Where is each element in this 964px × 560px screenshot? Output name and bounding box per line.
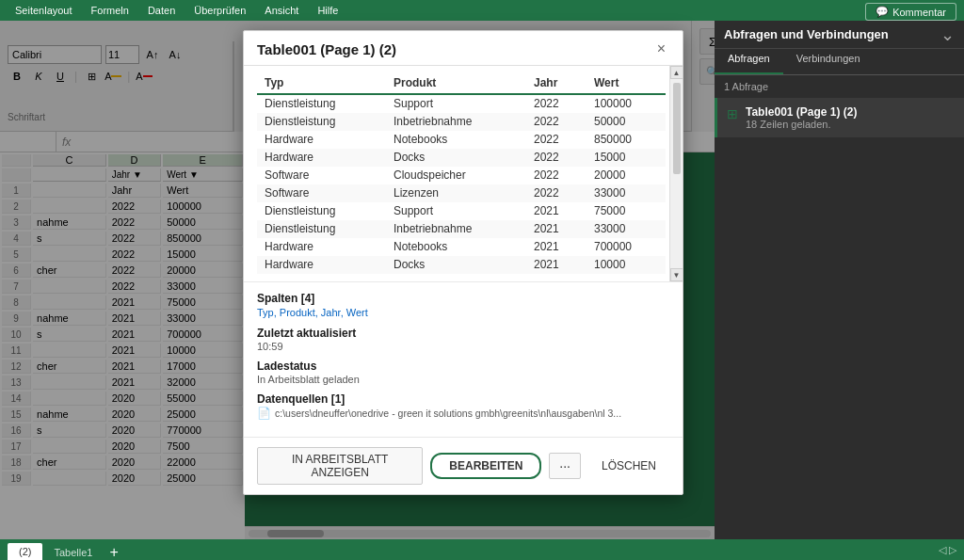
scroll-thumb (673, 83, 681, 174)
right-panel-title: Abfragen und Verbindungen (724, 27, 889, 41)
menu-formeln[interactable]: Formeln (84, 3, 137, 18)
query-count: 1 Abfrage (715, 75, 964, 98)
modal-scrollbar: ▲ ▼ (669, 66, 683, 281)
cell-typ: Software (257, 167, 386, 184)
modal-close-btn[interactable]: × (653, 40, 669, 57)
table-row: DienstleistungSupport2022100000 (257, 94, 666, 113)
cell-wert: 100000 (586, 94, 666, 113)
table-row: DienstleistungSupport202175000 (257, 202, 666, 220)
zuletzt-value: 10:59 (257, 341, 669, 352)
kommentar-button[interactable]: 💬 Kommentar (865, 3, 956, 21)
col-typ: Typ (257, 73, 386, 94)
cell-produkt: Inbetriebnahme (386, 113, 526, 131)
cell-produkt: Lizenzen (386, 184, 526, 202)
modal-footer: IN ARBEITSBLATT ANZEIGEN BEARBEITEN ··· … (244, 438, 683, 494)
cell-jahr: 2022 (526, 149, 586, 167)
right-panel-close[interactable]: ⌄ (940, 24, 955, 45)
table-row: HardwareDocks202110000 (257, 256, 666, 274)
cell-wert: 850000 (586, 131, 666, 149)
nav-arrows: ◁ ▷ (939, 544, 956, 556)
zuletzt-section: Zuletzt aktualisiert 10:59 (257, 327, 669, 352)
kommentar-label: Kommentar (892, 7, 946, 18)
query-rows: 18 Zeilen geladen. (746, 119, 858, 130)
tab-verbindungen[interactable]: Verbindungen (783, 49, 874, 74)
ladestatus-label: Ladestatus (257, 360, 669, 373)
menu-ueberpruefen[interactable]: Überprüfen (186, 3, 253, 18)
col-wert: Wert (586, 73, 666, 94)
status-bar: (2) Tabelle1 + ◁ ▷ (0, 539, 964, 560)
btn-arbeitsblatt[interactable]: IN ARBEITSBLATT ANZEIGEN (257, 447, 423, 485)
cell-produkt: Notebooks (386, 131, 526, 149)
cell-wert: 10000 (586, 256, 666, 274)
cell-wert: 50000 (586, 113, 666, 131)
cell-wert: 700000 (586, 238, 666, 256)
datenquellen-label: Datenquellen [1] (257, 392, 669, 406)
cell-produkt: Support (386, 94, 526, 113)
tab-abfragen[interactable]: Abfragen (715, 49, 783, 74)
cell-produkt: Cloudspeicher (386, 167, 526, 184)
cell-typ: Dienstleistung (257, 220, 386, 238)
datenquellen-path: 📄 c:\users\dneuffer\onedrive - green it … (257, 407, 669, 420)
cell-wert: 20000 (586, 167, 666, 184)
btn-bearbeiten[interactable]: BEARBEITEN (430, 453, 541, 479)
cell-wert: 75000 (586, 202, 666, 220)
ladestatus-value: In Arbeitsblatt geladen (257, 374, 669, 385)
cell-jahr: 2022 (526, 184, 586, 202)
scroll-down-btn[interactable]: ▼ (670, 268, 683, 281)
spalten-section: Spalten [4] Typ, Produkt, Jahr, Wert (257, 292, 669, 319)
menu-bar: Seitenlayout Formeln Daten Überprüfen An… (0, 0, 964, 21)
table-row: HardwareDocks202215000 (257, 149, 666, 167)
query-name: Table001 (Page 1) (2) (746, 105, 858, 119)
add-sheet-btn[interactable]: + (104, 545, 123, 560)
cell-produkt: Notebooks (386, 238, 526, 256)
modal-info: Spalten [4] Typ, Produkt, Jahr, Wert Zul… (244, 282, 683, 438)
cell-produkt: Docks (386, 256, 526, 274)
menu-ansicht[interactable]: Ansicht (257, 3, 306, 18)
cell-jahr: 2021 (526, 256, 586, 274)
menu-seitenlayout[interactable]: Seitenlayout (8, 3, 80, 18)
cell-jahr: 2021 (526, 220, 586, 238)
datenquellen-path-text: c:\users\dneuffer\onedrive - green it so… (275, 408, 621, 419)
cell-typ: Dienstleistung (257, 94, 386, 113)
data-table: Typ Produkt Jahr Wert DienstleistungSupp… (257, 73, 666, 274)
table-row: HardwareNotebooks2022850000 (257, 131, 666, 149)
sheet-tab-inactive[interactable]: Tabelle1 (42, 545, 104, 560)
btn-loeschen[interactable]: LÖSCHEN (588, 455, 669, 477)
spalten-cols[interactable]: Typ, Produkt, Jahr, Wert (257, 307, 368, 318)
table-row: DienstleistungInbetriebnahme202133000 (257, 220, 666, 238)
cell-jahr: 2022 (526, 131, 586, 149)
right-panel: Abfragen und Verbindungen ⌄ Abfragen Ver… (715, 21, 964, 539)
cell-produkt: Support (386, 202, 526, 220)
menu-daten[interactable]: Daten (140, 3, 183, 18)
table-row: SoftwareCloudspeicher202220000 (257, 167, 666, 184)
table-row: DienstleistungInbetriebnahme202250000 (257, 113, 666, 131)
right-panel-header: Abfragen und Verbindungen ⌄ (715, 21, 964, 49)
table-row: HardwareNotebooks2021700000 (257, 238, 666, 256)
query-item[interactable]: ⊞ Table001 (Page 1) (2) 18 Zeilen gelade… (715, 98, 964, 137)
cell-jahr: 2021 (526, 202, 586, 220)
sheet-tab-active[interactable]: (2) (8, 543, 42, 560)
spalten-label: Spalten [4] (257, 292, 669, 305)
cell-typ: Hardware (257, 131, 386, 149)
btn-three-dots[interactable]: ··· (549, 453, 581, 479)
modal-table-area: Typ Produkt Jahr Wert DienstleistungSupp… (244, 66, 683, 282)
cell-typ: Hardware (257, 238, 386, 256)
file-icon: 📄 (257, 407, 271, 420)
cell-typ: Software (257, 184, 386, 202)
col-produkt: Produkt (386, 73, 526, 94)
cell-wert: 15000 (586, 149, 666, 167)
cell-jahr: 2022 (526, 167, 586, 184)
cell-typ: Hardware (257, 256, 386, 274)
menu-hilfe[interactable]: Hilfe (310, 3, 345, 18)
modal-title: Table001 (Page 1) (2) (257, 41, 396, 57)
query-table-icon: ⊞ (727, 106, 738, 121)
zuletzt-label: Zuletzt aktualisiert (257, 327, 669, 340)
cell-wert: 33000 (586, 184, 666, 202)
kommentar-icon: 💬 (876, 6, 889, 18)
cell-produkt: Docks (386, 149, 526, 167)
scroll-up-btn[interactable]: ▲ (670, 66, 683, 79)
right-panel-tabs: Abfragen Verbindungen (715, 49, 964, 75)
modal-header: Table001 (Page 1) (2) × (244, 31, 683, 66)
table-row: SoftwareLizenzen202233000 (257, 184, 666, 202)
ladestatus-section: Ladestatus In Arbeitsblatt geladen (257, 360, 669, 385)
